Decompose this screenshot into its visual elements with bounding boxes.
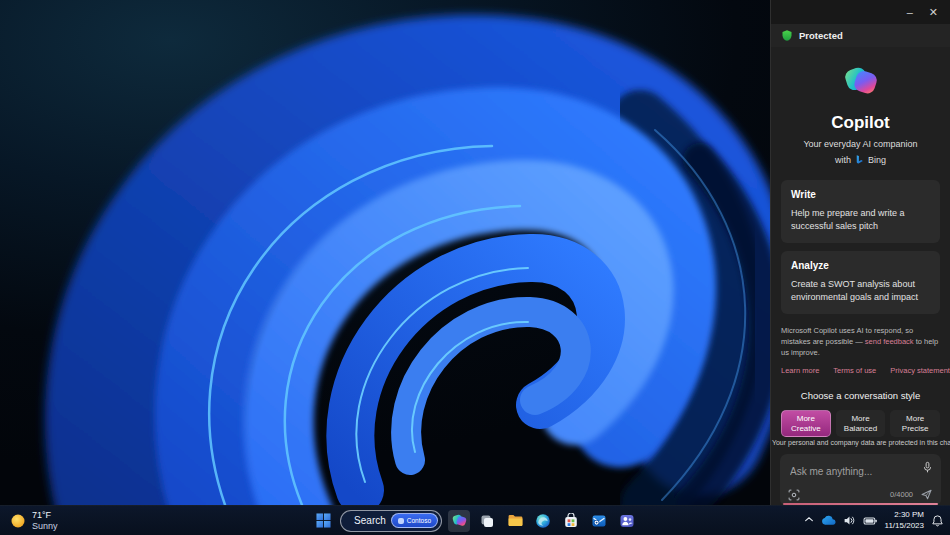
conversation-style-buttons: More Creative More Balanced More Precise (781, 410, 940, 437)
contoso-logo-icon (398, 518, 404, 524)
bing-icon (854, 154, 865, 166)
legal-links: Learn more Terms of use Privacy statemen… (781, 366, 940, 375)
bell-icon (931, 514, 944, 528)
copilot-icon (451, 512, 468, 529)
start-button[interactable] (312, 510, 334, 532)
suggestion-card-analyze[interactable]: Analyze Create a SWOT analysis about env… (781, 251, 940, 314)
suggestion-cards: Write Help me prepare and write a succes… (781, 180, 940, 314)
card-body: Help me prepare and write a successful s… (791, 207, 930, 232)
volume-tray-button[interactable] (843, 514, 856, 527)
style-label: More (851, 414, 869, 424)
taskbar-center: Search Contoso (312, 510, 638, 532)
screenshot-button[interactable] (788, 489, 800, 501)
windows-logo-icon (316, 513, 331, 528)
clock-widget[interactable]: 2:30 PM 11/15/2023 (885, 510, 924, 531)
ai-disclaimer: Microsoft Copilot uses AI to respond, so… (781, 326, 940, 359)
weather-widget[interactable]: 71°F Sunny (10, 510, 58, 531)
search-label: Search (354, 515, 386, 526)
tray-overflow-chevron[interactable] (804, 515, 814, 525)
copilot-logo-icon (841, 61, 881, 101)
panel-titlebar: – ✕ (771, 0, 950, 24)
mic-icon (922, 461, 933, 474)
outlook-icon (591, 513, 607, 529)
teams-icon (619, 513, 635, 529)
copilot-title: Copilot (771, 113, 950, 133)
style-more-balanced-button[interactable]: More Balanced (836, 410, 886, 437)
with-label: with (835, 155, 851, 165)
taskbar-app-copilot[interactable] (448, 510, 470, 532)
system-tray: 2:30 PM 11/15/2023 (804, 510, 944, 531)
privacy-note-text: Your personal and company data are prote… (772, 439, 950, 446)
taskbar-app-edge[interactable] (532, 510, 554, 532)
speaker-icon (843, 514, 856, 527)
style-label: Balanced (844, 424, 877, 434)
taskbar: 71°F Sunny Search (0, 505, 950, 535)
bing-label: Bing (868, 155, 886, 165)
taskbar-app-microsoft-store[interactable] (560, 510, 582, 532)
char-counter: 0/4000 (890, 490, 913, 499)
microsoft-store-icon (563, 513, 579, 529)
style-label: More (797, 414, 815, 424)
conversation-style-heading: Choose a conversation style (771, 390, 950, 401)
contoso-badge[interactable]: Contoso (391, 513, 438, 528)
mic-button[interactable] (922, 461, 933, 474)
battery-icon (863, 515, 878, 527)
card-title: Write (791, 189, 930, 200)
privacy-note: Your personal and company data are prote… (781, 437, 940, 447)
style-more-precise-button[interactable]: More Precise (890, 410, 940, 437)
screenshot-icon (788, 489, 800, 501)
send-feedback-link[interactable]: send feedback (865, 337, 914, 346)
with-bing-row: with Bing (771, 154, 950, 166)
style-label: Creative (791, 424, 821, 434)
close-button[interactable]: ✕ (929, 7, 938, 18)
protected-label: Protected (799, 30, 843, 41)
privacy-statement-link[interactable]: Privacy statement (890, 366, 950, 375)
chevron-up-icon (804, 515, 814, 523)
card-body: Create a SWOT analysis about environment… (791, 278, 930, 303)
desktop-screen: – ✕ Protected (0, 0, 950, 535)
card-title: Analyze (791, 260, 930, 271)
notification-center-button[interactable] (931, 514, 944, 528)
onedrive-cloud-icon (821, 515, 836, 526)
copilot-hero: Copilot Your everyday AI companion with … (771, 47, 950, 166)
taskbar-search[interactable]: Search Contoso (340, 510, 442, 532)
clock-date: 11/15/2023 (885, 521, 924, 531)
onedrive-tray-button[interactable] (821, 515, 836, 526)
copilot-panel: – ✕ Protected (770, 0, 950, 505)
send-icon (920, 488, 933, 501)
send-button[interactable] (920, 488, 933, 501)
style-label: More (906, 414, 924, 424)
minimize-button[interactable]: – (907, 7, 913, 18)
suggestion-card-write[interactable]: Write Help me prepare and write a succes… (781, 180, 940, 243)
chat-input-box: 0/4000 (780, 454, 941, 506)
learn-more-link[interactable]: Learn more (781, 366, 819, 375)
protected-badge[interactable]: Protected (771, 24, 950, 47)
copilot-subtitle: Your everyday AI companion (771, 139, 950, 149)
shield-icon (781, 29, 793, 42)
taskbar-app-teams[interactable] (616, 510, 638, 532)
taskbar-app-file-explorer[interactable] (504, 510, 526, 532)
clock-time: 2:30 PM (885, 510, 924, 520)
taskbar-app-outlook[interactable] (588, 510, 610, 532)
task-view-icon (479, 513, 495, 529)
weather-temp: 71°F (32, 510, 58, 520)
terms-of-use-link[interactable]: Terms of use (833, 366, 876, 375)
weather-condition: Sunny (32, 521, 58, 531)
style-label: Precise (902, 424, 929, 434)
input-footer: 0/4000 (788, 488, 933, 501)
battery-tray-button[interactable] (863, 515, 878, 527)
sun-icon (10, 513, 26, 529)
chat-input[interactable] (790, 466, 915, 477)
edge-icon (535, 513, 551, 529)
contoso-label: Contoso (407, 517, 431, 524)
file-explorer-icon (507, 512, 524, 529)
taskbar-app-task-view[interactable] (476, 510, 498, 532)
style-more-creative-button[interactable]: More Creative (781, 410, 831, 437)
